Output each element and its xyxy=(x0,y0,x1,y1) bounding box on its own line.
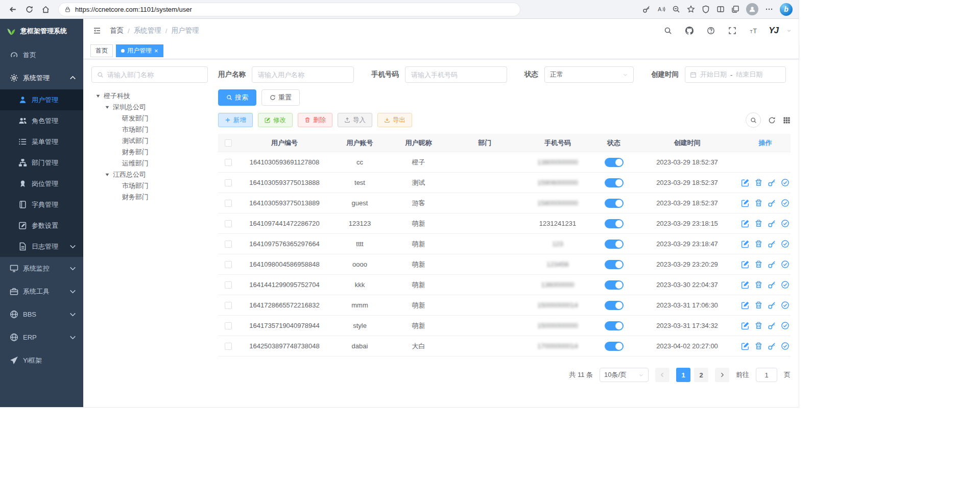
sidebar-item-role[interactable]: 角色管理 xyxy=(0,110,83,131)
reload-button[interactable] xyxy=(21,2,37,17)
date-range-picker[interactable]: 开始日期 - 结束日期 xyxy=(685,66,786,83)
status-toggle[interactable] xyxy=(605,260,624,269)
export-button[interactable]: 导出 xyxy=(377,113,412,127)
tree-expand-icon[interactable] xyxy=(104,171,111,178)
tree-node[interactable]: 运维部门 xyxy=(91,158,208,169)
key-icon[interactable] xyxy=(768,342,776,350)
delete-button[interactable]: 删除 xyxy=(298,113,332,127)
sidebar-item-user[interactable]: 用户管理 xyxy=(0,89,83,110)
key-icon[interactable] xyxy=(768,321,776,330)
tree-node[interactable]: 市场部门 xyxy=(91,124,208,135)
tree-node[interactable]: 市场部门 xyxy=(91,180,208,192)
status-toggle[interactable] xyxy=(605,342,624,351)
goto-page-input[interactable] xyxy=(756,368,777,382)
column-settings-button[interactable] xyxy=(783,116,791,124)
zoom-icon[interactable] xyxy=(672,5,680,13)
github-icon[interactable] xyxy=(683,24,696,37)
trash-icon[interactable] xyxy=(754,240,763,248)
tab-home[interactable]: 首页 xyxy=(90,44,113,57)
row-checkbox[interactable] xyxy=(225,261,232,268)
sidebar-item-log[interactable]: 日志管理 xyxy=(0,236,83,257)
favorites-star-icon[interactable] xyxy=(687,5,695,13)
sidebar-item-monitor[interactable]: 系统监控 xyxy=(0,257,83,280)
refresh-table-button[interactable] xyxy=(768,116,776,124)
font-size-icon[interactable]: TT xyxy=(747,24,760,37)
status-toggle[interactable] xyxy=(605,199,624,208)
tree-node[interactable]: 测试部门 xyxy=(91,135,208,147)
next-page-button[interactable] xyxy=(715,368,729,382)
more-options-icon[interactable] xyxy=(765,5,773,13)
tree-node[interactable]: 深圳总公司 xyxy=(91,102,208,113)
tree-node[interactable]: 财务部门 xyxy=(91,192,208,203)
browser-essentials-icon[interactable] xyxy=(702,5,710,13)
back-button[interactable] xyxy=(5,2,20,17)
row-checkbox[interactable] xyxy=(225,220,232,227)
key-icon[interactable] xyxy=(768,178,776,187)
trash-icon[interactable] xyxy=(754,219,763,228)
status-toggle[interactable] xyxy=(605,240,624,249)
check-circle-icon[interactable] xyxy=(781,199,790,207)
search-button[interactable]: 搜索 xyxy=(218,89,256,106)
status-toggle[interactable] xyxy=(605,219,624,228)
check-circle-icon[interactable] xyxy=(781,240,790,248)
sidebar-item-home[interactable]: 首页 xyxy=(0,43,83,66)
sidebar-item-tool[interactable]: 系统工具 xyxy=(0,280,83,303)
status-toggle[interactable] xyxy=(605,321,624,330)
copilot-icon[interactable] xyxy=(780,3,793,16)
page-size-select[interactable]: 10条/页 xyxy=(600,368,649,382)
sidebar-item-system[interactable]: 系统管理 xyxy=(0,66,83,89)
modify-button[interactable]: 修改 xyxy=(258,113,293,127)
trash-icon[interactable] xyxy=(754,321,763,330)
split-screen-icon[interactable] xyxy=(716,5,725,13)
key-icon[interactable] xyxy=(768,260,776,269)
key-icon[interactable] xyxy=(768,199,776,207)
breadcrumb-item[interactable]: 系统管理 xyxy=(134,26,161,35)
check-circle-icon[interactable] xyxy=(781,342,790,350)
sidebar-item-post[interactable]: 岗位管理 xyxy=(0,173,83,194)
edit-icon[interactable] xyxy=(741,240,750,248)
edit-icon[interactable] xyxy=(741,199,750,207)
chevron-down-icon[interactable] xyxy=(786,28,792,33)
trash-icon[interactable] xyxy=(754,178,763,187)
row-checkbox[interactable] xyxy=(225,302,232,309)
status-toggle[interactable] xyxy=(605,280,624,290)
breadcrumb-item[interactable]: 首页 xyxy=(110,26,124,35)
trash-icon[interactable] xyxy=(754,301,763,310)
tree-expand-icon[interactable] xyxy=(104,104,111,111)
username-input[interactable] xyxy=(252,66,354,83)
edit-icon[interactable] xyxy=(741,342,750,350)
check-circle-icon[interactable] xyxy=(781,321,790,330)
sidebar-item-param[interactable]: 参数设置 xyxy=(0,215,83,236)
check-circle-icon[interactable] xyxy=(781,178,790,187)
row-checkbox[interactable] xyxy=(225,159,232,166)
page-button-2[interactable]: 2 xyxy=(694,368,708,382)
trash-icon[interactable] xyxy=(754,199,763,207)
check-circle-icon[interactable] xyxy=(781,219,790,228)
key-icon[interactable] xyxy=(768,280,776,289)
status-toggle[interactable] xyxy=(605,301,624,310)
tree-expand-icon[interactable] xyxy=(94,92,102,100)
help-icon[interactable] xyxy=(704,24,718,37)
check-circle-icon[interactable] xyxy=(781,280,790,289)
collapse-sidebar-icon[interactable] xyxy=(90,24,104,37)
edit-icon[interactable] xyxy=(741,321,750,330)
edit-icon[interactable] xyxy=(741,301,750,310)
profile-avatar[interactable] xyxy=(746,3,758,15)
tree-node[interactable]: 财务部门 xyxy=(91,147,208,158)
check-circle-icon[interactable] xyxy=(781,260,790,269)
status-toggle[interactable] xyxy=(605,178,624,187)
sidebar-item-erp[interactable]: ERP xyxy=(0,326,83,349)
user-logo[interactable]: YJ xyxy=(769,26,778,36)
sidebar-item-dict[interactable]: 字典管理 xyxy=(0,194,83,215)
tree-node[interactable]: 江西总公司 xyxy=(91,169,208,180)
phone-input[interactable] xyxy=(405,66,507,83)
status-toggle[interactable] xyxy=(605,158,624,167)
key-icon[interactable] xyxy=(768,240,776,248)
row-checkbox[interactable] xyxy=(225,322,232,329)
read-aloud-icon[interactable]: A xyxy=(657,5,665,13)
tab-user-management[interactable]: 用户管理× xyxy=(116,44,163,57)
row-checkbox[interactable] xyxy=(225,179,232,186)
edit-icon[interactable] xyxy=(741,178,750,187)
row-checkbox[interactable] xyxy=(225,343,232,350)
row-checkbox[interactable] xyxy=(225,200,232,207)
